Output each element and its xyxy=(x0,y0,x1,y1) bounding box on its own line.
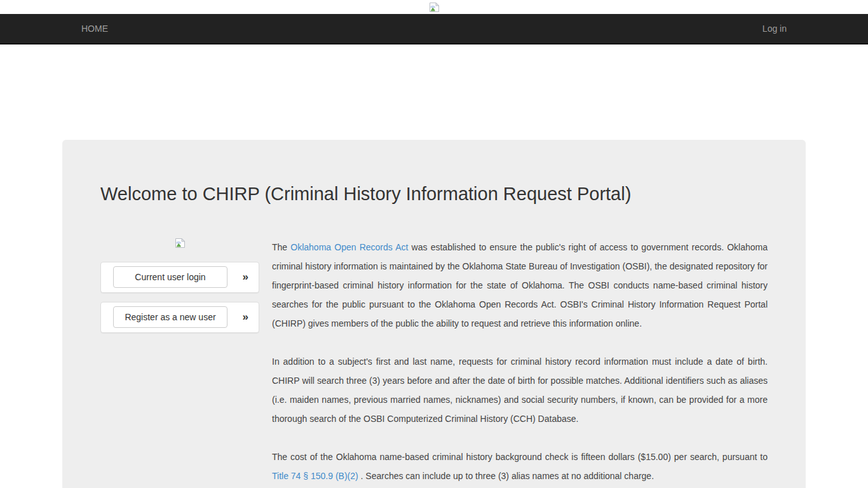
page-title: Welcome to CHIRP (Criminal History Infor… xyxy=(100,184,768,205)
sidebar-image-wrap xyxy=(100,238,259,248)
register-new-user-panel: Register as a new user » xyxy=(100,302,259,333)
paragraph-text: The cost of the Oklahoma name-based crim… xyxy=(272,452,768,462)
navbar-container: HOME Log in xyxy=(62,14,806,43)
register-new-user-button[interactable]: Register as a new user xyxy=(113,306,227,328)
paragraph-text: In addition to a subject's first and las… xyxy=(272,356,768,424)
title-74-statute-link[interactable]: Title 74 § 150.9 (B)(2) xyxy=(272,471,358,481)
paragraph-text: The xyxy=(272,242,290,252)
paragraph-open-records: The Oklahoma Open Records Act was establ… xyxy=(272,238,768,333)
nav-login-link[interactable]: Log in xyxy=(753,15,796,43)
navbar: HOME Log in xyxy=(0,14,868,44)
content-row: Current user login » Register as a new u… xyxy=(100,238,768,488)
header-logo-strip xyxy=(0,0,868,14)
broken-image-icon xyxy=(175,238,186,248)
open-records-act-link[interactable]: Oklahoma Open Records Act xyxy=(290,242,408,252)
broken-image-icon xyxy=(429,2,440,13)
main-card: Welcome to CHIRP (Criminal History Infor… xyxy=(62,140,806,488)
paragraph-text: was established to ensure the public's r… xyxy=(272,242,768,329)
login-sidebar: Current user login » Register as a new u… xyxy=(100,238,259,488)
current-user-login-panel: Current user login » xyxy=(100,262,259,293)
paragraph-text: . Searches can include up to three (3) a… xyxy=(358,471,654,481)
paragraph-cost: The cost of the Oklahoma name-based crim… xyxy=(272,447,768,485)
paragraph-search-details: In addition to a subject's first and las… xyxy=(272,352,768,428)
intro-text-column: The Oklahoma Open Records Act was establ… xyxy=(272,238,768,488)
current-user-login-button[interactable]: Current user login xyxy=(113,266,227,288)
chevron-right-icon[interactable]: » xyxy=(243,311,248,323)
chevron-right-icon[interactable]: » xyxy=(243,271,248,283)
nav-home-link[interactable]: HOME xyxy=(72,15,118,43)
